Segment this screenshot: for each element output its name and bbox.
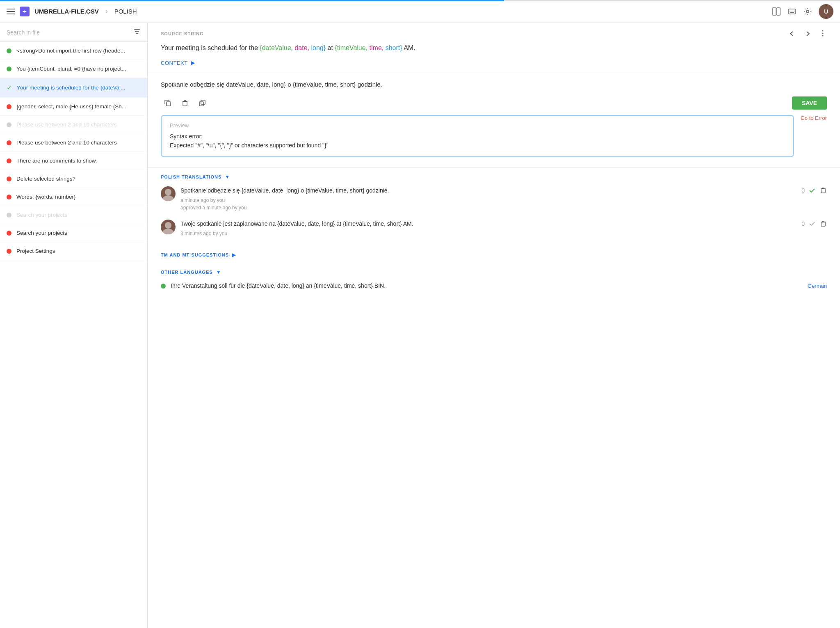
list-item[interactable]: Please use between 2 and 10 characters	[0, 134, 147, 152]
svg-rect-16	[199, 102, 203, 106]
progress-bar	[0, 0, 840, 1]
search-input[interactable]	[7, 29, 130, 36]
main-layout: <strong>Do not import the first row (hea…	[0, 23, 840, 628]
list-item[interactable]: Words: {words, number}	[0, 188, 147, 206]
translation-meta: 3 minutes ago by you	[180, 230, 797, 237]
settings-icon[interactable]	[803, 7, 812, 16]
preview-error: Syntax error: Expected "#", "\u", "{", "…	[170, 132, 785, 150]
translation-string: Twoje spotkanie jest zaplanowane na {dat…	[180, 220, 797, 228]
source-var-time: time,	[370, 44, 384, 51]
list-item[interactable]: Delete selected strings?	[0, 170, 147, 188]
language-label: POLISH	[114, 8, 137, 15]
svg-rect-1	[777, 8, 780, 15]
translation-actions: 0	[801, 186, 827, 195]
svg-point-18	[165, 189, 171, 195]
sidebar-item-label: Project Settings	[16, 248, 55, 254]
status-dot	[7, 213, 11, 218]
filter-icon[interactable]	[133, 28, 141, 37]
svg-rect-20	[821, 189, 825, 193]
next-button[interactable]	[802, 28, 814, 39]
svg-point-12	[822, 32, 824, 34]
prev-button[interactable]	[786, 28, 797, 39]
list-item[interactable]: Please use between 2 and 10 characters	[0, 116, 147, 134]
approve-button[interactable]	[808, 220, 816, 228]
more-options-button[interactable]	[819, 29, 827, 39]
other-languages-label: OTHER LANGUAGES	[161, 270, 213, 275]
logo-icon	[20, 7, 30, 16]
filename-label: UMBRELLA-FILE.CSV	[34, 8, 99, 15]
sidebar-item-label: Words: {words, number}	[16, 194, 76, 200]
vote-count: 0	[801, 220, 805, 227]
status-dot	[7, 48, 11, 53]
status-dot	[7, 176, 11, 181]
other-languages-section: OTHER LANGUAGES ▼ Ihre Veranstaltung sol…	[148, 269, 840, 300]
svg-rect-17	[201, 100, 205, 104]
error-detail: Expected "#", "\u", "{", "}" or characte…	[170, 142, 329, 149]
svg-point-11	[822, 30, 824, 31]
polish-translations-header[interactable]: POLISH TRANSLATIONS ▼	[161, 174, 827, 180]
status-dot	[7, 66, 11, 71]
svg-rect-15	[183, 101, 187, 106]
list-item[interactable]: Search your projects	[0, 224, 147, 242]
translation-string: Spotkanie odbędzie się {dateValue, date,…	[180, 186, 797, 195]
context-row[interactable]: CONTEXT ▶	[161, 60, 773, 66]
svg-rect-23	[821, 222, 825, 226]
svg-rect-0	[773, 8, 776, 15]
delete-translation-button[interactable]	[819, 187, 827, 194]
tm-section: TM AND MT SUGGESTIONS ▶	[148, 252, 840, 269]
status-dot	[7, 158, 11, 163]
save-button[interactable]: SAVE	[792, 96, 827, 110]
translation-toolbar: SAVE	[161, 96, 827, 110]
list-item[interactable]: Search your projects	[0, 206, 147, 224]
sidebar-list: <strong>Do not import the first row (hea…	[0, 42, 147, 628]
source-text-am: AM.	[404, 44, 415, 51]
sidebar-item-label: {gender, select, male {He uses} female {…	[16, 103, 126, 110]
svg-rect-14	[167, 102, 171, 106]
status-dot	[7, 140, 11, 145]
other-language-link[interactable]: German	[808, 283, 827, 289]
preview-label: Preview	[170, 122, 785, 128]
translation-body: Spotkanie odbędzie się {dateValue, date,…	[180, 186, 797, 211]
status-dot	[7, 195, 11, 199]
list-item[interactable]: ✓ Your meeting is scheduled for the {dat…	[0, 78, 147, 98]
context-label: CONTEXT	[161, 60, 188, 66]
list-item[interactable]: There are no comments to show.	[0, 152, 147, 170]
list-item[interactable]: You {itemCount, plural, =0 {have no proj…	[0, 60, 147, 78]
avatar[interactable]: U	[819, 4, 833, 19]
delete-translation-button[interactable]	[819, 220, 827, 227]
sidebar-item-label: Your meeting is scheduled for the {dateV…	[17, 85, 125, 91]
layout-icon[interactable]	[772, 7, 781, 16]
copy-source-button[interactable]	[161, 96, 175, 110]
source-var-long: long}	[311, 44, 326, 51]
sidebar-item-label: <strong>Do not import the first row (hea…	[16, 48, 125, 54]
sidebar-item-label: You {itemCount, plural, =0 {have no proj…	[16, 66, 126, 72]
translation-item: Spotkanie odbędzie się {dateValue, date,…	[161, 186, 827, 211]
sidebar-item-label: Please use between 2 and 10 characters	[16, 140, 117, 146]
list-item[interactable]: <strong>Do not import the first row (hea…	[0, 42, 147, 60]
tm-label: TM AND MT SUGGESTIONS	[161, 252, 229, 257]
approve-button[interactable]	[808, 186, 816, 195]
keyboard-icon[interactable]	[788, 7, 797, 16]
goto-error-link[interactable]: Go to Error	[801, 115, 827, 121]
other-language-item: Ihre Veranstaltung soll für die {dateVal…	[161, 282, 827, 290]
avatar	[161, 220, 176, 234]
copy-translation-button[interactable]	[195, 96, 209, 110]
source-text-at: at	[328, 44, 335, 51]
other-status-dot	[161, 284, 166, 289]
list-item[interactable]: Project Settings	[0, 242, 147, 260]
other-languages-header[interactable]: OTHER LANGUAGES ▼	[161, 269, 827, 275]
status-dot	[7, 249, 11, 254]
sidebar: <strong>Do not import the first row (hea…	[0, 23, 148, 628]
status-dot	[7, 231, 11, 236]
other-translation-text: Ihre Veranstaltung soll für die {dateVal…	[171, 282, 803, 290]
breadcrumb-separator: ›	[105, 7, 108, 16]
hamburger-menu[interactable]	[7, 9, 15, 14]
list-item[interactable]: {gender, select, male {He uses} female {…	[0, 98, 147, 116]
vote-count: 0	[801, 187, 805, 194]
chevron-down-icon: ▼	[225, 174, 230, 180]
tm-header[interactable]: TM AND MT SUGGESTIONS ▶	[161, 252, 827, 258]
error-title: Syntax error:	[170, 133, 203, 140]
delete-button[interactable]	[178, 96, 192, 110]
translation-actions: 0	[801, 220, 827, 228]
source-var-date: date,	[294, 44, 309, 51]
